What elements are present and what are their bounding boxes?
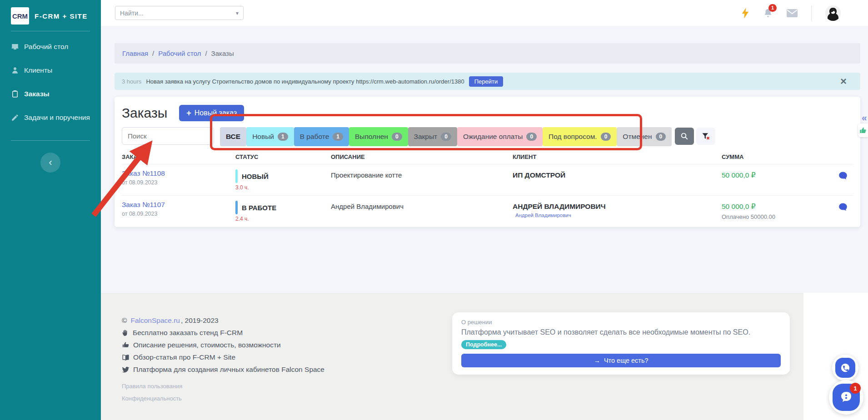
orders-card: Заказы + Новый заказ ВСЕ Новый1 В работе…	[115, 97, 860, 227]
sidebar-item-desktop[interactable]: Рабочий стол	[0, 35, 101, 59]
filter-all[interactable]: ВСЕ	[220, 127, 246, 146]
pencil-icon	[11, 114, 19, 122]
filter-awaiting-payment[interactable]: Ожидание оплаты0	[457, 127, 543, 146]
breadcrumb-desktop[interactable]: Рабочий стол	[158, 49, 201, 57]
promo-card: О решении Платформа учитывает SEO и позв…	[452, 312, 790, 375]
clients-icon	[11, 66, 19, 74]
filter-in-progress[interactable]: В работе1	[294, 127, 349, 146]
falconspace-link[interactable]: FalconSpace.ru	[130, 316, 180, 325]
order-paid: Оплачено 50000.00	[722, 213, 833, 220]
order-link[interactable]: Заказ №1107	[122, 201, 235, 209]
promo-text: Платформа учитывает SEO и позволяет сдел…	[461, 328, 781, 336]
footer-link[interactable]: Платформа для создания личных кабинетов …	[133, 366, 324, 374]
client-name: АНДРЕЙ ВЛАДИМИРОВИЧ	[513, 201, 722, 211]
breadcrumb-home[interactable]: Главная	[122, 49, 148, 57]
quick-actions-button[interactable]	[742, 8, 749, 19]
messages-button[interactable]	[787, 9, 798, 17]
close-icon[interactable]: ×	[840, 76, 847, 87]
clear-filter-button[interactable]	[696, 128, 715, 145]
filter-label: Закрыт	[414, 133, 438, 141]
collapse-chevron-icon: ‹	[49, 157, 52, 168]
topbar: Найти... ▾ 1	[101, 0, 868, 26]
client-name: ИП ДОМСТРОЙ	[513, 169, 722, 179]
sidebar-item-clients[interactable]: Клиенты	[0, 59, 101, 82]
topbar-divider	[811, 5, 812, 21]
order-description: Проектирование котте	[331, 169, 513, 179]
table-row: Заказ №1107 от 08.09.2023 В РАБОТЕ 2.4 ч…	[122, 196, 853, 227]
footer-link[interactable]: Бесплатно заказать стенд F-CRM	[133, 329, 243, 337]
pointing-hand-icon	[122, 341, 130, 349]
filter-label: Отменен	[623, 133, 652, 141]
chat-bubble-icon	[839, 390, 853, 404]
filter-count-badge: 1	[333, 133, 343, 141]
order-chat-button[interactable]	[833, 201, 853, 212]
plus-icon: +	[186, 109, 191, 117]
thumbs-up-icon	[859, 127, 867, 134]
banner-go-button[interactable]: Перейти	[469, 76, 504, 87]
status-color-bar	[235, 169, 238, 183]
filter-closed[interactable]: Закрыт0	[408, 127, 457, 146]
new-order-label: Новый заказ	[195, 109, 237, 117]
banner-message: Новая заявка на услугу Строительство дом…	[146, 78, 464, 85]
chat-icon	[838, 203, 848, 212]
col-amount: СУММА	[722, 153, 833, 160]
filter-count-badge: 0	[526, 133, 537, 141]
promo-button[interactable]: → Что еще есть?	[461, 354, 781, 367]
breadcrumb-current: Заказы	[211, 49, 234, 57]
order-amount: 50 000,0 ₽	[722, 169, 833, 179]
copyright-symbol: ©	[122, 316, 127, 325]
breadcrumb: Главная / Рабочий стол / Заказы	[115, 43, 860, 64]
status-filter-group: ВСЕ Новый1 В работе1 Выполнен0 Закрыт0 О…	[220, 127, 672, 146]
sidebar-item-tasks[interactable]: Задачи и поручения	[0, 106, 101, 129]
new-order-button[interactable]: + Новый заказ	[179, 105, 244, 121]
side-panel-expand-button[interactable]: «	[862, 112, 867, 123]
col-description: ОПИСАНИЕ	[331, 153, 513, 160]
terms-link[interactable]: Правила пользования	[122, 383, 182, 390]
order-description: Андрей Владимирович	[331, 201, 513, 210]
order-chat-button[interactable]	[833, 169, 853, 180]
arrow-right-icon: →	[594, 357, 600, 364]
notifications-button[interactable]: 1	[763, 8, 773, 19]
sidebar-item-label: Заказы	[24, 90, 50, 98]
footer-link[interactable]: Обзор-статья про F-CRM + Site	[133, 353, 235, 361]
global-search-placeholder: Найти...	[120, 10, 144, 17]
sidebar-item-orders[interactable]: Заказы	[0, 82, 101, 106]
filter-clear-icon	[701, 132, 710, 141]
search-icon	[680, 132, 688, 140]
promo-more-badge[interactable]: Подробнее...	[461, 340, 506, 349]
crm-logo-icon: CRM	[11, 7, 29, 25]
filter-count-badge: 0	[601, 133, 611, 141]
filter-label: Новый	[252, 133, 274, 141]
call-widget-button[interactable]	[832, 355, 858, 381]
chat-widget-button[interactable]: 1	[829, 380, 863, 415]
sidebar-collapse-button[interactable]: ‹	[40, 153, 60, 173]
filter-label: В работе	[300, 133, 329, 141]
privacy-link[interactable]: Конфиденциальность	[122, 395, 182, 402]
table-row: Заказ №1108 от 08.09.2023 НОВЫЙ 3.0 ч. П…	[122, 164, 853, 196]
apply-search-button[interactable]	[675, 128, 694, 145]
col-status: СТАТУС	[235, 153, 331, 160]
status-color-bar	[235, 201, 238, 214]
filter-cancelled[interactable]: Отменен0	[617, 127, 672, 146]
order-amount: 50 000,0 ₽	[722, 201, 833, 211]
avatar-icon	[825, 5, 841, 21]
filter-in-question[interactable]: Под вопросом.0	[543, 127, 617, 146]
user-avatar[interactable]	[825, 5, 841, 21]
envelope-icon	[787, 9, 798, 17]
book-icon	[122, 354, 130, 361]
logo[interactable]: CRM F-CRM + SITE	[0, 0, 101, 31]
promo-title: О решении	[461, 319, 781, 326]
table-header: ЗАКАЗ СТАТУС ОПИСАНИЕ КЛИЕНТ СУММА	[122, 146, 853, 164]
notification-banner: 3 hours Новая заявка на услугу Строитель…	[115, 73, 860, 90]
order-link[interactable]: Заказ №1108	[122, 169, 235, 178]
notification-badge: 1	[768, 4, 777, 12]
phone-icon	[840, 363, 850, 373]
orders-search-input[interactable]	[122, 127, 214, 145]
footer-link[interactable]: Описание решения, стоимость, возможности	[133, 341, 281, 349]
global-search-select[interactable]: Найти... ▾	[115, 6, 244, 20]
feedback-tab-button[interactable]	[858, 124, 868, 137]
filter-done[interactable]: Выполнен0	[349, 127, 408, 146]
status-label: НОВЫЙ	[242, 173, 269, 180]
filter-new[interactable]: Новый1	[246, 127, 294, 146]
client-link[interactable]: Андрей Владимирович	[515, 212, 722, 218]
